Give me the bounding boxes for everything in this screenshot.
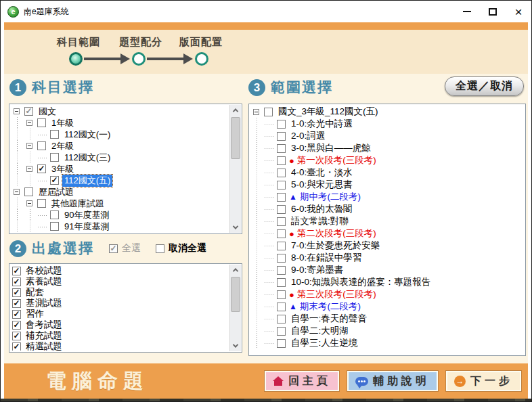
- source-list-scrollbar[interactable]: [229, 265, 241, 351]
- tree-item-label[interactable]: 自學二:大明湖: [289, 325, 351, 337]
- tree-row[interactable]: 7-0:生於憂患死於安樂: [250, 240, 524, 252]
- tree-item-label[interactable]: 3年級: [49, 163, 76, 175]
- tree-row[interactable]: 語文常識:對聯: [250, 215, 524, 227]
- tree-item-label[interactable]: 自學一:春天的聲音: [289, 313, 369, 325]
- scrollbar-thumb[interactable]: [231, 117, 240, 159]
- tree-checkbox[interactable]: [50, 130, 59, 139]
- tree-checkbox[interactable]: [50, 210, 59, 219]
- tree-item-label[interactable]: 第三次段考(三段考): [295, 288, 378, 300]
- tree-row[interactable]: 112國文(一): [11, 129, 229, 140]
- tree-item-label[interactable]: 3-0:黑與白——虎鯨: [289, 142, 373, 154]
- tree-row[interactable]: 4-0:臺北・淡水: [250, 166, 524, 179]
- tree-checkbox[interactable]: [37, 199, 46, 208]
- tree-expander-icon[interactable]: [14, 189, 20, 195]
- tree-row[interactable]: ✓3年級: [11, 163, 229, 175]
- tree-checkbox[interactable]: [277, 278, 286, 287]
- home-button[interactable]: 回主頁: [265, 371, 339, 391]
- tree-row[interactable]: 9-0:寄弟墨書: [250, 264, 524, 276]
- tree-checkbox[interactable]: ✓: [24, 107, 33, 116]
- tree-checkbox[interactable]: [264, 108, 273, 116]
- tree-item-label[interactable]: 112國文(三): [62, 152, 112, 164]
- tree-expander-icon[interactable]: [26, 200, 32, 206]
- tree-checkbox[interactable]: [24, 187, 33, 196]
- tree-checkbox[interactable]: [277, 217, 286, 226]
- tree-item-label[interactable]: 期末考(二段考): [298, 300, 363, 313]
- tree-expander-icon[interactable]: [253, 109, 259, 115]
- tree-row[interactable]: 6-0:我的太魯閣: [250, 203, 524, 215]
- scroll-down-icon[interactable]: [230, 222, 241, 233]
- tree-item-label[interactable]: 112國文(五): [62, 175, 112, 187]
- tree-row[interactable]: 112國文(三): [11, 152, 229, 163]
- minimize-button[interactable]: [454, 1, 480, 22]
- tree-expander-icon[interactable]: [26, 143, 32, 149]
- tree-item-label[interactable]: 語文常識:對聯: [289, 215, 351, 227]
- tree-row[interactable]: ▲期末考(二段考): [250, 300, 524, 313]
- tree-item-label[interactable]: 期中考(二段考): [298, 191, 363, 203]
- tree-checkbox[interactable]: [37, 141, 46, 150]
- tree-item-label[interactable]: 5-0:與宋元思書: [289, 179, 355, 191]
- tree-item-label[interactable]: 1-0:余光中詩選: [289, 118, 355, 130]
- tree-row[interactable]: 自學一:春天的聲音: [250, 313, 524, 325]
- tree-item-label[interactable]: 7-0:生於憂患死於安樂: [289, 240, 382, 252]
- tree-checkbox[interactable]: [277, 193, 286, 202]
- scroll-down-icon[interactable]: [230, 340, 241, 351]
- tree-expander-icon[interactable]: [26, 166, 32, 172]
- scrollbar-thumb[interactable]: [231, 277, 240, 312]
- tree-row[interactable]: 8-0:在錯誤中學習: [250, 252, 524, 264]
- tree-row[interactable]: ●第三次段考(三段考): [250, 288, 524, 300]
- list-item[interactable]: ✓素養試題: [11, 276, 229, 287]
- maximize-button[interactable]: [480, 1, 506, 22]
- help-button[interactable]: 輔助說明: [347, 371, 438, 391]
- tree-item-label[interactable]: 9-0:寄弟墨書: [289, 264, 345, 276]
- tree-checkbox[interactable]: [277, 205, 286, 214]
- tree-item-label[interactable]: 1年級: [49, 117, 76, 129]
- tree-expander-icon[interactable]: [26, 120, 32, 126]
- scroll-up-icon[interactable]: [230, 105, 241, 116]
- tree-checkbox[interactable]: [277, 156, 286, 165]
- tree-checkbox[interactable]: [277, 144, 286, 153]
- source-checkbox[interactable]: ✓: [12, 277, 21, 286]
- tree-item-label[interactable]: 歷屆試題: [37, 186, 76, 198]
- tree-item-label[interactable]: 10-0:知識與表達的盛宴：專題報告: [289, 276, 433, 288]
- tree-checkbox[interactable]: [37, 118, 46, 127]
- tree-item-label[interactable]: 其他題庫試題: [49, 198, 106, 210]
- tree-row[interactable]: 其他題庫試題: [11, 198, 229, 209]
- tree-row[interactable]: ●第一次段考(三段考): [250, 154, 524, 166]
- next-step-button[interactable]: → 下一步: [446, 371, 521, 391]
- tree-row[interactable]: 自學三:人生逆境: [250, 337, 524, 349]
- tree-item-label[interactable]: 國文: [37, 106, 58, 118]
- tree-row[interactable]: 5-0:與宋元思書: [250, 179, 524, 191]
- tree-item-label[interactable]: 2年級: [49, 140, 76, 152]
- tree-row[interactable]: 國文_3年級_112國文(五): [250, 106, 524, 118]
- tree-item-label[interactable]: 2-0:詞選: [289, 130, 327, 142]
- tree-item-label[interactable]: 第一次段考(三段考): [295, 154, 378, 166]
- select-toggle-button[interactable]: 全選／取消: [445, 76, 524, 96]
- tree-checkbox[interactable]: ✓: [50, 176, 59, 185]
- tree-checkbox[interactable]: [50, 153, 59, 162]
- tree-checkbox[interactable]: [277, 254, 286, 263]
- tree-row[interactable]: 3-0:黑與白——虎鯨: [250, 142, 524, 154]
- tree-item-label[interactable]: 6-0:我的太魯閣: [289, 203, 355, 215]
- tree-checkbox[interactable]: [277, 169, 286, 177]
- tree-checkbox[interactable]: [277, 303, 286, 311]
- tree-row[interactable]: 自學二:大明湖: [250, 325, 524, 337]
- tree-item-label[interactable]: 90年度基測: [62, 209, 111, 221]
- tree-item-label[interactable]: 8-0:在錯誤中學習: [289, 252, 363, 264]
- source-checkbox[interactable]: ✓: [12, 267, 21, 275]
- tree-item-label[interactable]: 第二次段考(三段考): [295, 227, 378, 240]
- tree-item-label[interactable]: 91年度基測: [62, 221, 111, 233]
- subject-tree-scrollbar[interactable]: [229, 105, 241, 233]
- tree-checkbox[interactable]: [277, 327, 286, 336]
- list-item[interactable]: ✓精選試題: [11, 341, 229, 351]
- list-item[interactable]: ✓各校試題: [11, 265, 229, 276]
- close-button[interactable]: ×: [506, 1, 531, 22]
- source-checkbox[interactable]: ✓: [12, 342, 21, 351]
- tree-checkbox[interactable]: [277, 229, 286, 238]
- tree-checkbox[interactable]: ✓: [37, 164, 46, 173]
- list-item[interactable]: ✓補充試題: [11, 330, 229, 341]
- list-item[interactable]: ✓會考試題: [11, 319, 229, 330]
- list-item[interactable]: ✓配套: [11, 287, 229, 298]
- list-item[interactable]: ✓習作: [11, 309, 229, 319]
- tree-checkbox[interactable]: [277, 242, 286, 250]
- tree-row[interactable]: 1年級: [11, 117, 229, 129]
